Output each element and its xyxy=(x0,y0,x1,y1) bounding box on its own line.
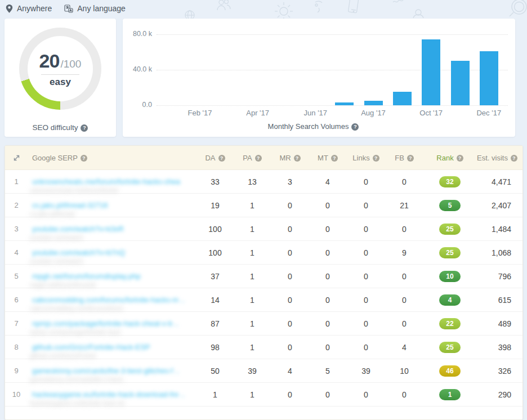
serp-url-link[interactable]: hackeasygame.eu/fortnite-hack-download-f… xyxy=(32,390,185,399)
rank-badge: 32 xyxy=(439,176,461,187)
links-value: 0 xyxy=(346,248,386,257)
pa-value: 13 xyxy=(234,177,271,186)
serp-url-cell: cabconmodding.com/forums/fortnite-hacks-… xyxy=(28,288,196,311)
fb-value: 9 xyxy=(386,248,423,257)
filter-bar: Anywhere Any language xyxy=(6,2,126,15)
col-header-est-visits: Est. visits xyxy=(477,154,527,162)
serp-url-link[interactable]: youtube.com/watch?v=b7nQ xyxy=(32,248,125,257)
mt-value: 0 xyxy=(309,390,346,399)
blurred-subtext: youtube.com/watch xyxy=(30,258,83,265)
help-icon[interactable] xyxy=(255,155,262,162)
table-row: 9 gameskinny.com/cards/the-3-best-glitch… xyxy=(5,359,522,383)
pa-value: 1 xyxy=(234,225,271,234)
est-visits-value: 489 xyxy=(477,319,522,328)
col-header-mt: MT xyxy=(309,154,346,162)
fb-value: 0 xyxy=(386,225,423,234)
links-value: 0 xyxy=(346,390,386,399)
table-row: 4 youtube.com/watch?v=b7nQ youtube.com/w… xyxy=(5,241,522,265)
serp-url-link[interactable]: cabconmodding.com/forums/fortnite-hacks-… xyxy=(32,296,185,304)
row-number: 9 xyxy=(5,367,28,375)
mt-value: 5 xyxy=(309,367,346,376)
fb-value: 10 xyxy=(386,367,423,376)
help-icon[interactable] xyxy=(511,155,517,162)
row-number: 2 xyxy=(5,201,28,209)
serp-url-link[interactable]: cs.jaks.pl/thread-32716 xyxy=(32,201,108,209)
mr-value: 0 xyxy=(271,319,309,328)
person-icon xyxy=(412,9,425,18)
table-row: 8 github.com/Grizz/Fortnite-Hack-ESP git… xyxy=(5,336,522,359)
difficulty-caption: SEO difficulty xyxy=(5,123,116,132)
y-tick-label: 0.0 xyxy=(123,101,152,109)
bar-Dec '17[interactable] xyxy=(480,51,498,105)
language-filter[interactable]: Any language xyxy=(64,4,126,13)
rank-badge: 5 xyxy=(439,200,461,211)
rank-cell: 5 xyxy=(423,200,477,211)
serp-url-link[interactable]: github.com/Grizz/Fortnite-Hack-ESP xyxy=(32,343,150,351)
translate-icon xyxy=(64,5,73,13)
row-number: 1 xyxy=(5,177,28,186)
serp-url-link[interactable]: mpgh.net/forum/forumdisplay.php xyxy=(32,272,141,280)
pa-value: 39 xyxy=(234,367,271,376)
serp-url-cell: youtube.com/watch?v=b7nQ youtube.com/wat… xyxy=(28,241,196,264)
help-icon[interactable] xyxy=(457,155,463,162)
bar-Aug '17[interactable] xyxy=(364,101,383,105)
mr-value: 0 xyxy=(271,390,309,399)
table-row: 1 unknowncheats.me/forum/fortnite-hacks-… xyxy=(5,170,522,194)
help-icon[interactable] xyxy=(351,123,359,131)
fb-value: 0 xyxy=(386,296,423,305)
serp-url-link[interactable]: unknowncheats.me/forum/fortnite-hacks-ch… xyxy=(32,177,180,186)
bar-Oct '17[interactable] xyxy=(422,39,440,105)
blurred-subtext: github.com/Grizz/Fortnit xyxy=(30,352,96,359)
help-icon[interactable] xyxy=(331,155,338,162)
rank-badge: 46 xyxy=(439,365,461,377)
help-icon[interactable] xyxy=(373,155,379,162)
bar-Jul '17[interactable] xyxy=(335,102,354,105)
links-value: 0 xyxy=(346,296,386,305)
x-tick-label: Jun '17 xyxy=(297,109,333,117)
bar-Nov '17[interactable] xyxy=(451,61,470,105)
table-body: 1 unknowncheats.me/forum/fortnite-hacks-… xyxy=(5,170,522,406)
links-value: 0 xyxy=(346,272,386,281)
pa-value: 1 xyxy=(234,248,271,257)
blurred-subtext: mpgh.net/forum/forumdi xyxy=(30,282,96,288)
blurred-subtext: youtube.com/watch xyxy=(30,234,83,241)
mt-value: 4 xyxy=(309,177,346,186)
est-visits-value: 2,407 xyxy=(477,201,522,210)
help-icon[interactable] xyxy=(81,155,87,162)
fb-value: 21 xyxy=(386,201,423,210)
expand-table-button[interactable] xyxy=(5,154,28,162)
phone-icon xyxy=(346,0,361,15)
blurred-subtext: cabconmodding.com/forums/fortni xyxy=(30,305,123,312)
serp-url-cell: github.com/Grizz/Fortnite-Hack-ESP githu… xyxy=(28,336,196,359)
est-visits-value: 398 xyxy=(477,343,522,352)
serp-url-link[interactable]: npmjs.com/package/fortnite-hack-cheat-v-… xyxy=(32,319,178,328)
mt-value: 0 xyxy=(309,201,346,210)
est-visits-value: 615 xyxy=(477,296,522,305)
help-icon[interactable] xyxy=(407,155,414,162)
mr-value: 4 xyxy=(271,367,309,376)
difficulty-rating: easy xyxy=(50,77,71,88)
table-row: 5 mpgh.net/forum/forumdisplay.php mpgh.n… xyxy=(5,265,522,288)
serp-url-link[interactable]: youtube.com/watch?v=k3xR xyxy=(32,225,124,233)
location-filter[interactable]: Anywhere xyxy=(6,4,52,13)
serp-url-cell: cs.jaks.pl/thread-32716 cs.jaks.pl/threa… xyxy=(28,194,196,217)
col-header-rank: Rank xyxy=(423,154,477,162)
rank-badge: 1 xyxy=(439,389,461,400)
help-icon[interactable] xyxy=(294,155,301,162)
rank-cell: 4 xyxy=(423,294,477,306)
col-header-google-serp: Google SERP xyxy=(28,154,196,162)
help-icon[interactable] xyxy=(218,155,225,162)
divider xyxy=(41,74,79,75)
serp-url-link[interactable]: gameskinny.com/cards/the-3-best-glitches… xyxy=(32,367,179,375)
x-tick-label: Dec '17 xyxy=(471,109,507,117)
fb-value: 0 xyxy=(386,177,423,186)
bar-Sep '17[interactable] xyxy=(393,92,412,105)
fb-value: 0 xyxy=(386,272,423,281)
help-icon[interactable] xyxy=(81,124,88,132)
fb-value: 0 xyxy=(386,319,423,328)
est-visits-value: 1,068 xyxy=(477,248,522,257)
blurred-subtext: cs.jaks.pl/thread xyxy=(30,211,74,217)
row-number: 3 xyxy=(5,225,28,233)
rank-cell: 25 xyxy=(423,247,477,258)
pa-value: 1 xyxy=(234,201,271,210)
